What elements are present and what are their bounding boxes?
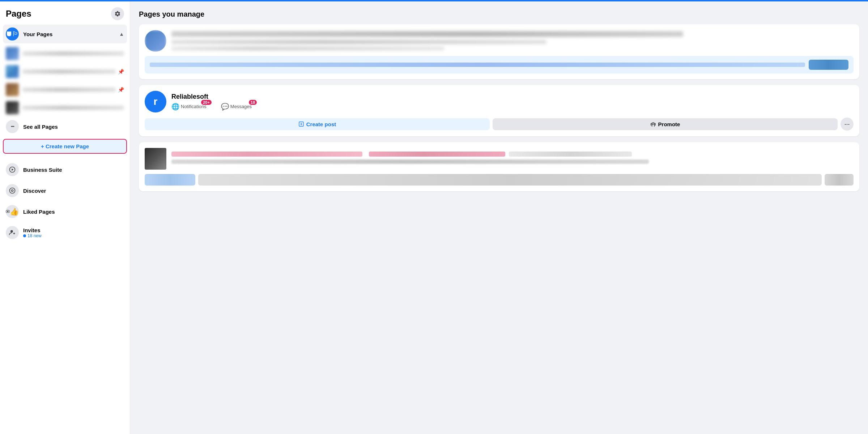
page-thumbnail (6, 101, 19, 114)
third-btn-gray1 (198, 174, 822, 186)
svg-marker-2 (12, 169, 13, 171)
create-post-icon (298, 121, 304, 127)
third-action-row (145, 174, 854, 186)
invites-icon (6, 226, 19, 239)
business-suite-label-wrap: Business Suite (23, 167, 62, 173)
action-bar-blur (150, 63, 805, 67)
your-pages-row[interactable]: 🏳 Your Pages ▲ (3, 25, 127, 43)
third-blur-gray (509, 152, 631, 157)
promote-label: Promote (658, 121, 680, 127)
nav-item-business-suite[interactable]: Business Suite (3, 159, 127, 180)
messages-badge-item[interactable]: 18 💬 Messages (221, 103, 252, 111)
dots-icon: ··· (6, 120, 19, 133)
sidebar: Pages 🏳 Your Pages ▲ (0, 1, 130, 434)
notifications-count: 20+ (201, 100, 212, 105)
page-list-item[interactable]: 📌 (3, 81, 127, 98)
notifications-badge-item[interactable]: 20+ 🌐 Notifications (171, 103, 207, 111)
svg-point-5 (10, 230, 13, 233)
see-all-pages-item[interactable]: ··· See all Pages (3, 117, 127, 136)
messages-count: 18 (249, 100, 257, 105)
page-info-1 (171, 31, 854, 51)
rs-info: Reliablesoft 20+ 🌐 Notifications 18 💬 Me… (171, 93, 854, 111)
messages-label: Messages (230, 104, 252, 109)
create-new-page-label: + Create new Page (41, 143, 89, 149)
third-blur-pink-2 (369, 152, 505, 157)
rs-avatar-letter: r (154, 96, 158, 107)
see-all-label: See all Pages (23, 124, 58, 130)
rs-badges: 20+ 🌐 Notifications 18 💬 Messages (171, 103, 854, 111)
third-info (171, 152, 854, 166)
rs-actions: Create post Promote ··· (145, 118, 854, 131)
page-list-item[interactable] (3, 45, 127, 62)
invites-label: Invites (23, 227, 42, 233)
page-name-blur (22, 106, 124, 110)
page-meta2-blur (171, 46, 444, 51)
page-card-header (145, 30, 854, 52)
third-header (145, 148, 854, 170)
rs-header: r Reliablesoft 20+ 🌐 Notifications 18 💬 (145, 91, 854, 112)
pin-icon: 📌 (118, 87, 124, 93)
third-btn-gray2 (825, 174, 854, 186)
rs-name: Reliablesoft (171, 93, 854, 101)
page-thumbnail (6, 65, 19, 78)
invites-sublabel: 18 new (23, 233, 42, 238)
third-avatar (145, 148, 166, 170)
gear-button[interactable] (111, 7, 124, 20)
discover-icon (6, 184, 19, 197)
page-name-blur (22, 69, 116, 74)
page-meta-blur (171, 40, 546, 44)
discover-label: Discover (23, 188, 46, 194)
create-post-button[interactable]: Create post (145, 118, 490, 130)
your-pages-label: Your Pages (23, 31, 119, 37)
business-suite-icon (6, 163, 19, 176)
page-thumbnail (6, 83, 19, 96)
sidebar-header: Pages (3, 6, 127, 25)
more-options-icon: ··· (844, 120, 850, 128)
top-bar (0, 0, 868, 1)
page-card-3 (139, 142, 859, 191)
main-content: Pages you manage r (130, 1, 868, 434)
promote-icon (650, 121, 656, 127)
page-name-blur (22, 51, 124, 56)
sidebar-title: Pages (6, 9, 31, 19)
svg-point-3 (10, 188, 15, 193)
more-options-button[interactable]: ··· (841, 118, 854, 131)
page-card-1 (139, 24, 859, 79)
page-thumbnail (6, 47, 19, 60)
page-list-item[interactable] (3, 99, 127, 116)
create-new-page-button[interactable]: + Create new Page (3, 139, 127, 154)
nav-item-liked-pages[interactable]: 👍 Liked Pages (3, 201, 127, 222)
section-title: Pages you manage (139, 10, 859, 18)
gear-icon (114, 10, 121, 17)
liked-pages-icon: 👍 (6, 205, 19, 218)
invites-label-wrap: Invites 18 new (23, 227, 42, 238)
third-blur-pink-1 (171, 152, 362, 157)
create-post-label: Create post (306, 121, 336, 127)
third-blur-meta (171, 159, 649, 164)
pages-flag-icon: 🏳 (6, 27, 19, 41)
business-suite-label: Business Suite (23, 167, 62, 173)
nav-item-discover[interactable]: Discover (3, 180, 127, 201)
page-name-blur (171, 31, 683, 37)
reliablesoft-card: r Reliablesoft 20+ 🌐 Notifications 18 💬 (139, 85, 859, 136)
action-bar-1 (145, 56, 854, 73)
page-name-blur (22, 88, 116, 92)
page-avatar-1 (145, 30, 166, 52)
third-btn-blue (145, 174, 195, 186)
notifications-icon: 🌐 (171, 103, 179, 111)
liked-pages-label: Liked Pages (23, 209, 55, 215)
action-bar-btn (809, 60, 848, 70)
chevron-up-icon: ▲ (119, 31, 124, 37)
page-list-item[interactable]: 📌 (3, 63, 127, 80)
nav-item-invites[interactable]: Invites 18 new (3, 222, 127, 243)
svg-point-4 (12, 190, 13, 192)
messages-icon: 💬 (221, 103, 229, 111)
promote-button[interactable]: Promote (493, 118, 838, 130)
rs-avatar: r (145, 91, 166, 112)
pin-icon: 📌 (118, 69, 124, 75)
